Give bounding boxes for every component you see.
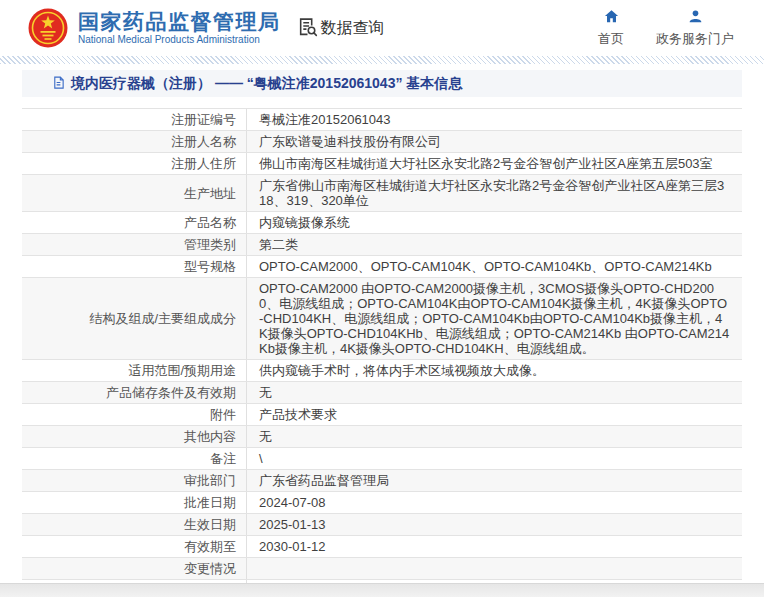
table-row: 备注\ xyxy=(22,448,742,470)
row-value: OPTO-CAM2000、OPTO-CAM104K、OPTO-CAM104Kb、… xyxy=(247,256,742,277)
info-table: 注册证编号粤械注准20152061043注册人名称广东欧谱曼迪科技股份有限公司注… xyxy=(22,108,742,597)
row-label: 附件 xyxy=(22,404,247,425)
row-value: 粤械注准20152061043 xyxy=(247,109,742,130)
header-nav: 首页 政务服务门户 xyxy=(598,9,734,48)
row-value xyxy=(247,558,742,579)
table-row: 注册人名称广东欧谱曼迪科技股份有限公司 xyxy=(22,131,742,153)
footer-band xyxy=(0,583,764,597)
table-row: 产品储存条件及有效期无 xyxy=(22,382,742,404)
nav-home[interactable]: 首页 xyxy=(598,9,624,48)
table-row: 适用范围/预期用途供内窥镜手术时，将体内手术区域视频放大成像。 xyxy=(22,360,742,382)
table-row: 其他内容无 xyxy=(22,426,742,448)
data-query-label: 数据查询 xyxy=(321,18,385,39)
nav-home-label: 首页 xyxy=(598,30,624,48)
user-icon xyxy=(688,9,703,28)
row-label: 产品名称 xyxy=(22,212,247,233)
table-row: 有效期至2030-01-12 xyxy=(22,536,742,558)
row-label: 注册人名称 xyxy=(22,131,247,152)
row-value: 供内窥镜手术时，将体内手术区域视频放大成像。 xyxy=(247,360,742,381)
row-label: 型号规格 xyxy=(22,256,247,277)
site-subtitle: National Medical Products Administration xyxy=(78,34,281,46)
table-row: 注册证编号粤械注准20152061043 xyxy=(22,109,742,131)
row-label: 生产地址 xyxy=(22,175,247,211)
row-value: 2030-01-12 xyxy=(247,536,742,557)
table-row: 型号规格OPTO-CAM2000、OPTO-CAM104K、OPTO-CAM10… xyxy=(22,256,742,278)
document-search-icon xyxy=(297,16,318,41)
row-value: 内窥镜摄像系统 xyxy=(247,212,742,233)
table-row: 结构及组成/主要组成成分OPTO-CAM2000 由OPTO-CAM2000摄像… xyxy=(22,278,742,360)
table-row: 附件产品技术要求 xyxy=(22,404,742,426)
row-label: 生效日期 xyxy=(22,514,247,535)
national-emblem-icon xyxy=(28,8,68,48)
site-title: 国家药品监督管理局 xyxy=(78,10,281,34)
row-value: 2025-01-13 xyxy=(247,514,742,535)
table-row: 生产地址广东省佛山市南海区桂城街道大圩社区永安北路2号金谷智创产业社区A座第三层… xyxy=(22,175,742,212)
row-label: 批准日期 xyxy=(22,492,247,513)
row-label: 变更情况 xyxy=(22,558,247,579)
row-label: 产品储存条件及有效期 xyxy=(22,382,247,403)
row-label: 适用范围/预期用途 xyxy=(22,360,247,381)
site-header: 国家药品监督管理局 National Medical Products Admi… xyxy=(0,0,764,56)
row-value: \ xyxy=(247,448,742,469)
document-icon xyxy=(52,75,65,93)
row-label: 注册人住所 xyxy=(22,153,247,174)
table-row: 注册人住所佛山市南海区桂城街道大圩社区永安北路2号金谷智创产业社区A座第五层50… xyxy=(22,153,742,175)
row-label: 有效期至 xyxy=(22,536,247,557)
row-label: 管理类别 xyxy=(22,234,247,255)
row-value: 无 xyxy=(247,382,742,403)
row-value: 2024-07-08 xyxy=(247,492,742,513)
row-label: 其他内容 xyxy=(22,426,247,447)
breadcrumb: 境内医疗器械（注册） —— “粤械注准20152061043” 基本信息 xyxy=(22,70,742,97)
row-value: 第二类 xyxy=(247,234,742,255)
row-value: 佛山市南海区桂城街道大圩社区永安北路2号金谷智创产业社区A座第五层503室 xyxy=(247,153,742,174)
data-query-button[interactable]: 数据查询 xyxy=(297,16,385,41)
table-row: 产品名称内窥镜摄像系统 xyxy=(22,212,742,234)
row-value: 广东省药品监督管理局 xyxy=(247,470,742,491)
hatch-divider xyxy=(0,56,764,64)
table-row: 管理类别第二类 xyxy=(22,234,742,256)
row-value: 广东省佛山市南海区桂城街道大圩社区永安北路2号金谷智创产业社区A座第三层318、… xyxy=(247,175,742,211)
row-label: 注册证编号 xyxy=(22,109,247,130)
table-row: 生效日期2025-01-13 xyxy=(22,514,742,536)
row-label: 审批部门 xyxy=(22,470,247,491)
nav-gov-service-portal-label: 政务服务门户 xyxy=(656,30,734,48)
table-row: 批准日期2024-07-08 xyxy=(22,492,742,514)
table-row: 审批部门广东省药品监督管理局 xyxy=(22,470,742,492)
home-icon xyxy=(604,9,619,28)
table-row: 变更情况 xyxy=(22,558,742,580)
row-value: 广东欧谱曼迪科技股份有限公司 xyxy=(247,131,742,152)
logo-text: 国家药品监督管理局 National Medical Products Admi… xyxy=(78,10,281,46)
breadcrumb-text: 境内医疗器械（注册） —— “粤械注准20152061043” 基本信息 xyxy=(71,75,462,93)
row-label: 备注 xyxy=(22,448,247,469)
row-label: 结构及组成/主要组成成分 xyxy=(22,278,247,359)
row-value: OPTO-CAM2000 由OPTO-CAM2000摄像主机，3CMOS摄像头O… xyxy=(247,278,742,359)
row-value: 产品技术要求 xyxy=(247,404,742,425)
nav-gov-service-portal[interactable]: 政务服务门户 xyxy=(656,9,734,48)
row-value: 无 xyxy=(247,426,742,447)
